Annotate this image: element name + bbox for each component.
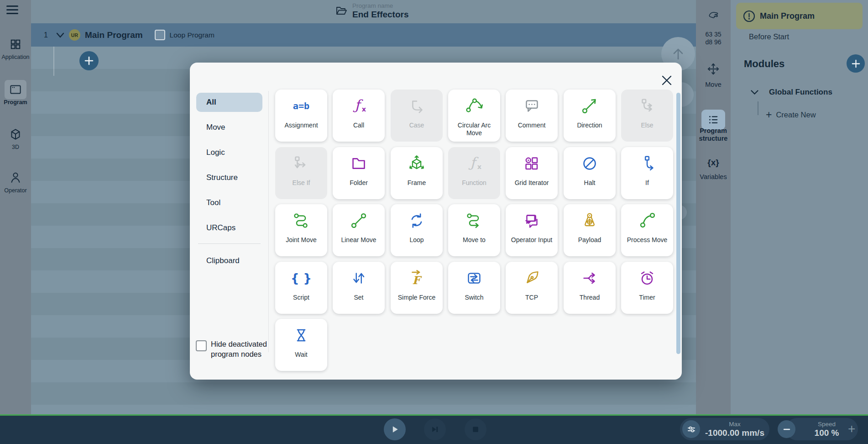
node-call[interactable]: Call bbox=[333, 90, 385, 142]
stop-button[interactable] bbox=[465, 418, 486, 440]
loop-program-label: Loop Program bbox=[170, 31, 214, 39]
operator-person-icon bbox=[8, 170, 23, 185]
node-direction[interactable]: Direction bbox=[564, 90, 616, 142]
node-operator-input[interactable]: Operator Input bbox=[506, 204, 558, 256]
hamburger-menu-icon[interactable] bbox=[6, 5, 18, 15]
max-value: -1000.00 mm/s bbox=[700, 428, 769, 438]
node-label: Wait bbox=[277, 351, 325, 359]
freedrive-hand-icon[interactable] bbox=[706, 8, 721, 22]
node-tcp[interactable]: TCP bbox=[506, 262, 558, 314]
global-functions-item[interactable]: Global Functions bbox=[751, 88, 832, 97]
sidebar-item-application[interactable]: Application bbox=[0, 37, 31, 60]
node-else: Else bbox=[621, 90, 673, 142]
thread-icon bbox=[579, 268, 600, 289]
speed-decrease-button[interactable] bbox=[778, 420, 795, 438]
node-label: Process Move bbox=[623, 236, 671, 244]
node-index: 1 bbox=[44, 31, 48, 39]
node-label: Case bbox=[392, 122, 441, 129]
node-halt[interactable]: Halt bbox=[564, 147, 616, 199]
node-switch[interactable]: Switch bbox=[448, 262, 500, 314]
node-assignment[interactable]: Assignment bbox=[275, 90, 327, 142]
node-set[interactable]: Set bbox=[333, 262, 385, 314]
folder-icon bbox=[348, 153, 369, 174]
speed-settings-button[interactable] bbox=[682, 420, 700, 438]
call-icon bbox=[348, 95, 369, 116]
dialog-scrollbar[interactable] bbox=[676, 93, 680, 354]
node-payload[interactable]: Payload bbox=[564, 204, 616, 256]
program-name-value: End Effectors bbox=[352, 10, 409, 20]
max-speed-pill[interactable]: Max -1000.00 mm/s bbox=[680, 418, 769, 440]
play-button[interactable] bbox=[384, 418, 406, 440]
move-to-icon bbox=[464, 210, 485, 231]
halt-icon bbox=[579, 153, 600, 174]
node-move-to[interactable]: Move to bbox=[448, 204, 500, 256]
node-grid-iterator[interactable]: Grid Iterator bbox=[506, 147, 558, 199]
tcp-icon bbox=[521, 268, 542, 289]
application-grid-icon bbox=[8, 37, 23, 52]
node-if[interactable]: If bbox=[621, 147, 673, 199]
node-process-move[interactable]: Process Move bbox=[621, 204, 673, 256]
node-label: Folder bbox=[335, 179, 383, 187]
node-case: Case bbox=[391, 90, 443, 142]
speed-increase-button[interactable]: + bbox=[848, 422, 855, 436]
stop-icon bbox=[471, 425, 480, 434]
node-grid: AssignmentCallCaseCircular Arc MoveComme… bbox=[190, 63, 682, 380]
selected-node-main-program[interactable]: Main Program bbox=[736, 3, 863, 29]
sidebar-item-program[interactable]: Program bbox=[0, 82, 31, 106]
sidebar-item-label: Application bbox=[0, 54, 31, 60]
program-folder-icon[interactable] bbox=[335, 5, 347, 17]
skip-to-next-button[interactable] bbox=[424, 418, 446, 440]
process-move-icon bbox=[637, 210, 658, 231]
left-sidebar: Application Program 3D Operator bbox=[0, 0, 31, 414]
right-rail: 63 35 d8 96 Move bbox=[696, 0, 731, 414]
wait-icon bbox=[291, 325, 312, 346]
before-start-item[interactable]: Before Start bbox=[749, 32, 789, 41]
node-comment[interactable]: Comment bbox=[506, 90, 558, 142]
frame-icon bbox=[406, 153, 427, 174]
create-new-button[interactable]: + Create New bbox=[766, 110, 816, 120]
chevron-down-icon[interactable] bbox=[56, 32, 64, 38]
node-label: Halt bbox=[565, 179, 614, 187]
tree-guide-line bbox=[53, 47, 54, 76]
payload-icon bbox=[579, 210, 600, 231]
switch-icon bbox=[464, 268, 485, 289]
node-script[interactable]: Script bbox=[275, 262, 327, 314]
program-title-block[interactable]: Program name End Effectors bbox=[352, 2, 409, 20]
sidebar-item-operator[interactable]: Operator bbox=[0, 170, 31, 194]
node-loop[interactable]: Loop bbox=[391, 204, 443, 256]
node-linear-move[interactable]: Linear Move bbox=[333, 204, 385, 256]
sidebar-item-3d[interactable]: 3D bbox=[0, 127, 31, 150]
rail-item-variables[interactable]: {x} Variables bbox=[696, 158, 731, 180]
program-name-label: Program name bbox=[352, 2, 409, 9]
joint-move-icon bbox=[291, 210, 312, 231]
node-joint-move[interactable]: Joint Move bbox=[275, 204, 327, 256]
add-module-button[interactable] bbox=[847, 54, 865, 73]
function-icon bbox=[464, 153, 485, 174]
node-simple-force[interactable]: Simple Force bbox=[391, 262, 443, 314]
loop-program-checkbox[interactable] bbox=[155, 30, 165, 40]
node-label: Circular Arc Move bbox=[450, 122, 498, 137]
node-label: If bbox=[623, 179, 671, 187]
skip-next-icon bbox=[430, 425, 439, 434]
node-timer[interactable]: Timer bbox=[621, 262, 673, 314]
node-label: Joint Move bbox=[277, 236, 325, 244]
node-folder[interactable]: Folder bbox=[333, 147, 385, 199]
create-new-label: Create New bbox=[776, 111, 816, 119]
add-node-button[interactable] bbox=[79, 51, 99, 70]
plus-icon bbox=[84, 56, 94, 66]
set-icon bbox=[348, 268, 369, 289]
node-wait[interactable]: Wait bbox=[275, 319, 327, 371]
node-label: Frame bbox=[392, 179, 441, 187]
node-circular-arc-move[interactable]: Circular Arc Move bbox=[448, 90, 500, 142]
node-label: Function bbox=[450, 179, 498, 187]
rail-item-move[interactable]: Move bbox=[696, 61, 731, 88]
main-program-row[interactable]: 1 UR Main Program Loop Program bbox=[31, 23, 696, 47]
variables-icon: {x} bbox=[696, 158, 731, 168]
node-label: TCP bbox=[507, 294, 556, 301]
node-thread[interactable]: Thread bbox=[564, 262, 616, 314]
node-frame[interactable]: Frame bbox=[391, 147, 443, 199]
global-functions-label: Global Functions bbox=[769, 88, 832, 97]
main-program-title: Main Program bbox=[85, 30, 143, 40]
loop-icon bbox=[406, 210, 427, 231]
program-window-icon bbox=[8, 82, 23, 97]
